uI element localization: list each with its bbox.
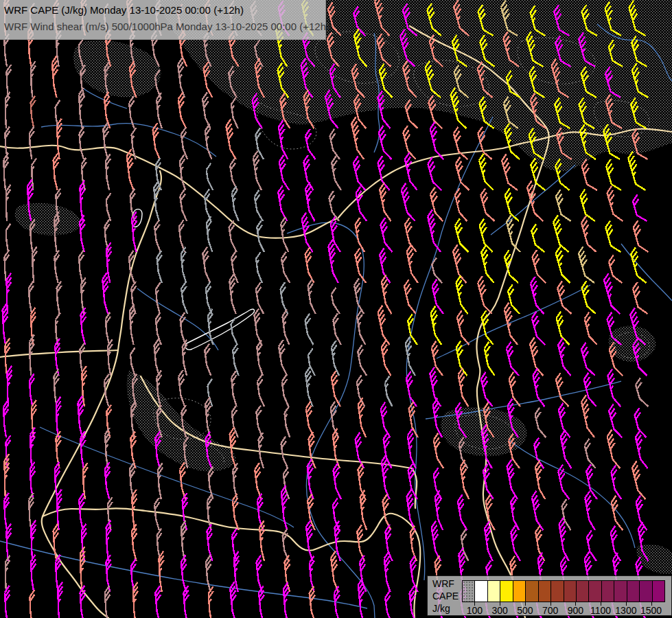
wrf-map-plot [0,0,672,618]
cape-scale-cell [564,581,577,602]
legend-model-label: WRF [432,577,459,590]
cape-scale-cell [526,581,538,602]
cape-legend: WRF CAPE J/kg 10030050070090011001300150… [427,575,672,616]
cape-scale-tick-label: 300 [486,605,513,616]
legend-unit-label: J/kg [432,602,459,615]
cape-scale-cell [551,581,564,602]
legend-labels: WRF CAPE J/kg [432,577,459,615]
legend-param-label: CAPE [432,590,459,602]
cape-colorbar-ticks: 100300500700900110013001500 [462,602,664,615]
cape-scale-tick-label: 1300 [612,605,640,616]
weather-map-canvas: WRF CAPE (J/kg) Monday 13-10-2025 00:00 … [0,0,672,618]
cape-scale-tick-label: 1100 [587,605,614,616]
title-line-windshear: WRF Wind shear (m/s) 500/1000hPa Monday … [4,19,320,35]
cape-scale-cell [488,581,500,602]
cape-colorbar [462,580,665,602]
cape-scale-tick-label: 500 [511,605,539,616]
cape-scale-cell [500,581,513,602]
cape-scale-tick-label: 100 [461,605,488,616]
cape-scale-cell [513,581,526,602]
title-box: WRF CAPE (J/kg) Monday 13-10-2025 00:00 … [0,0,326,40]
cape-scale-tick-label: 700 [537,605,564,616]
cape-scale-cell [602,581,614,602]
cape-scale-cell [475,581,487,602]
title-line-cape: WRF CAPE (J/kg) Monday 13-10-2025 00:00 … [4,2,320,19]
cape-scale-cell [653,581,664,602]
cape-scale-cell [589,581,601,602]
cape-scale-cell-hatch [463,581,475,602]
cape-scale-cell [539,581,551,602]
cape-scale-tick-label: 1500 [638,605,665,616]
cape-scale-tick-label: 900 [561,605,589,616]
cape-scale-cell [577,581,589,602]
cape-scale-cell [627,581,640,602]
cape-scale-cell [614,581,627,602]
cape-scale-cell [640,581,652,602]
